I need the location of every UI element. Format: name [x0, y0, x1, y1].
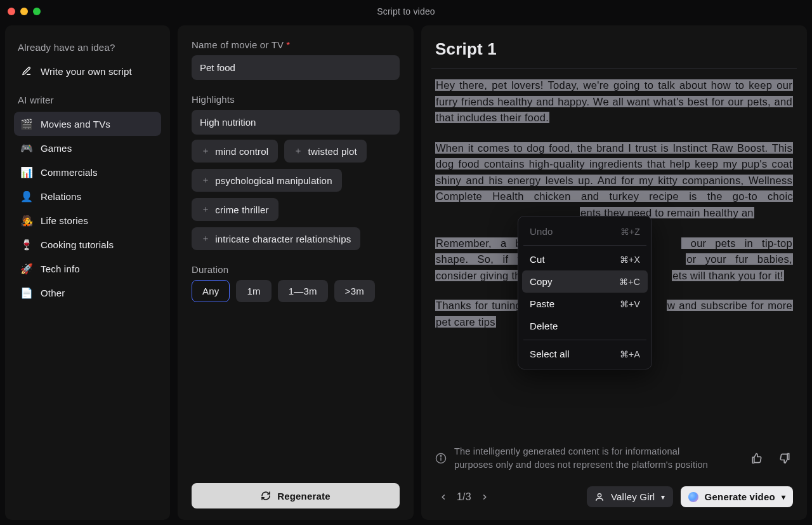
duration-option-3m[interactable]: >3m: [334, 280, 375, 302]
required-asterisk: *: [286, 39, 290, 50]
selected-text: Hey there, pet lovers! Today, we're goin…: [435, 79, 793, 123]
context-menu-shortcut: ⌘+Z: [620, 227, 640, 237]
duration-pills: Any 1m 1—3m >3m: [192, 280, 400, 302]
pager: 1/3: [435, 489, 493, 505]
sidebar-item-other[interactable]: 📄 Other: [14, 281, 161, 305]
feedback-buttons: [749, 450, 793, 467]
suggestion-chip[interactable]: ＋ mind control: [192, 140, 278, 163]
plus-icon: ＋: [201, 145, 210, 157]
selected-text: Thanks for tuning: [435, 300, 522, 311]
sidebar-item-label: Games: [41, 143, 72, 154]
clapboard-icon: 🎬: [20, 117, 33, 130]
generate-video-button[interactable]: Generate video ▾: [681, 486, 793, 507]
chip-label: psychological manipulation: [215, 175, 332, 186]
sidebar-item-label: Movies and TVs: [41, 119, 110, 130]
selected-text: When it comes to dog food, the brand I t…: [435, 142, 793, 203]
sidebar-item-label: Relations: [41, 191, 81, 202]
sidebar-item-label: Life stories: [41, 215, 88, 226]
context-menu-shortcut: ⌘+X: [620, 255, 640, 265]
person-icon: 👤: [20, 190, 33, 203]
sidebar-item-tech[interactable]: 🚀 Tech info: [14, 256, 161, 281]
disclaimer-row: The intelligently generated content is f…: [435, 445, 793, 473]
storyteller-icon: 🧑‍🎤: [20, 214, 33, 227]
duration-option-1-3m[interactable]: 1—3m: [278, 280, 328, 302]
sidebar-section-idea: Already have an idea?: [18, 42, 157, 53]
document-icon: 📄: [20, 286, 33, 299]
chevron-down-icon: ▾: [782, 493, 785, 502]
window-controls: [8, 8, 41, 15]
refresh-icon: [261, 491, 271, 501]
sidebar-item-label: Commercials: [41, 167, 98, 178]
context-menu-shortcut: ⌘+C: [619, 277, 640, 287]
context-menu-shortcut: ⌘+V: [620, 299, 640, 309]
script-title: Script 1: [435, 39, 793, 59]
sidebar-item-write-own[interactable]: Write your own script: [14, 59, 161, 83]
suggestion-chip[interactable]: ＋ psychological manipulation: [192, 169, 342, 192]
highlights-input[interactable]: [192, 110, 400, 135]
name-input[interactable]: [192, 55, 400, 80]
thumbs-down-button[interactable]: [776, 450, 793, 467]
wineglass-icon: 🍷: [20, 238, 33, 251]
context-menu-copy[interactable]: Copy ⌘+C: [522, 270, 648, 293]
pager-next-button[interactable]: [476, 489, 493, 505]
sidebar: Already have an idea? Write your own scr…: [5, 25, 170, 520]
context-menu-select-all[interactable]: Select all ⌘+A: [522, 343, 648, 365]
sidebar-item-label: Tech info: [41, 263, 80, 274]
plus-icon: ＋: [201, 175, 210, 186]
person-icon: [594, 492, 605, 502]
context-menu-label: Cut: [530, 254, 545, 265]
app-body: Already have an idea? Write your own scr…: [5, 25, 807, 520]
minimize-window-button[interactable]: [20, 8, 28, 15]
script-panel: Script 1 Hey there, pet lovers! Today, w…: [421, 25, 807, 520]
chip-label: twisted plot: [308, 146, 357, 157]
context-menu-label: Undo: [530, 226, 553, 237]
window-title: Script to video: [0, 6, 812, 17]
context-menu-separator: [523, 340, 646, 340]
sidebar-item-commercials[interactable]: 📊 Commercials: [14, 160, 161, 184]
voice-select[interactable]: Valley Girl ▾: [587, 486, 673, 507]
sidebar-item-label: Write your own script: [41, 66, 132, 77]
highlights-label: Highlights: [192, 94, 400, 105]
context-menu-paste[interactable]: Paste ⌘+V: [522, 293, 648, 315]
sidebar-item-games[interactable]: 🎮 Games: [14, 136, 161, 160]
titlebar: Script to video: [0, 0, 812, 23]
chip-label: mind control: [215, 146, 268, 157]
regenerate-button[interactable]: Regenerate: [192, 483, 400, 508]
script-paragraph: Hey there, pet lovers! Today, we're goin…: [435, 77, 793, 126]
context-menu-cut[interactable]: Cut ⌘+X: [522, 248, 648, 270]
sidebar-item-cooking[interactable]: 🍷 Cooking tutorials: [14, 232, 161, 256]
svg-point-2: [440, 456, 442, 457]
plus-icon: ＋: [201, 233, 210, 244]
sidebar-item-label: Other: [41, 288, 65, 298]
context-menu-label: Paste: [530, 298, 554, 309]
name-label: Name of movie or TV*: [192, 39, 400, 50]
sidebar-item-movies[interactable]: 🎬 Movies and TVs: [14, 112, 161, 136]
chip-label: crime thriller: [215, 204, 268, 215]
context-menu-separator: [523, 245, 646, 246]
config-panel: Name of movie or TV* Highlights ＋ mind c…: [178, 25, 414, 520]
close-window-button[interactable]: [8, 8, 15, 15]
gamepad-icon: 🎮: [20, 142, 33, 154]
context-menu-undo: Undo ⌘+Z: [522, 220, 648, 243]
suggestion-chip[interactable]: ＋ crime thriller: [192, 198, 278, 221]
suggestion-chip[interactable]: ＋ intricate character relationships: [192, 227, 360, 250]
thumbs-up-button[interactable]: [749, 450, 765, 467]
chart-icon: 📊: [20, 166, 33, 178]
info-icon: [435, 453, 447, 464]
script-paragraph: When it comes to dog food, the brand I t…: [435, 140, 793, 222]
sidebar-item-relations[interactable]: 👤 Relations: [14, 184, 161, 208]
chip-label: intricate character relationships: [215, 234, 351, 244]
disclaimer-text: The intelligently generated content is f…: [454, 445, 721, 473]
regenerate-label: Regenerate: [277, 491, 331, 502]
duration-option-any[interactable]: Any: [192, 280, 230, 302]
sidebar-item-label: Cooking tutorials: [41, 239, 114, 250]
suggestion-chip[interactable]: ＋ twisted plot: [284, 140, 367, 163]
sidebar-item-life-stories[interactable]: 🧑‍🎤 Life stories: [14, 208, 161, 232]
plus-icon: ＋: [294, 145, 303, 157]
context-menu-delete[interactable]: Delete: [522, 315, 648, 337]
pager-prev-button[interactable]: [435, 489, 452, 505]
duration-option-1m[interactable]: 1m: [236, 280, 271, 302]
context-menu-label: Select all: [530, 349, 570, 359]
generate-label: Generate video: [705, 491, 775, 502]
maximize-window-button[interactable]: [33, 8, 41, 15]
